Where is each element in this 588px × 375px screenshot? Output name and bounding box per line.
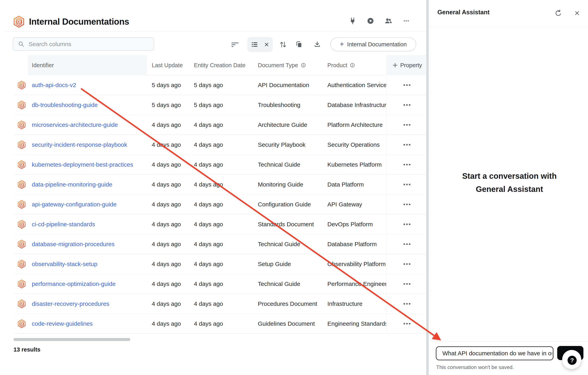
list-view-icon[interactable] [251, 41, 258, 48]
product-cell: API Gateway [323, 201, 386, 208]
row-asset-icon [14, 279, 28, 288]
table-row: microservices-architecture-guide 4 days … [14, 115, 428, 135]
column-header-entity-creation[interactable]: Entity Creation Date [189, 62, 253, 69]
identifier-link[interactable]: ci-cd-pipeline-standards [32, 221, 95, 227]
identifier-link[interactable]: database-migration-procedures [32, 241, 115, 247]
property-cell: ••• [386, 254, 428, 274]
row-more-icon[interactable]: ••• [401, 301, 413, 307]
identifier-link[interactable]: api-gateway-configuration-guide [32, 201, 117, 208]
row-asset-icon [14, 160, 28, 169]
table-row: performance-optimization-guide 4 days ag… [14, 274, 428, 294]
row-more-icon[interactable]: ••• [401, 142, 413, 148]
column-header-document-type[interactable]: Document Type [253, 62, 323, 69]
entity-creation-cell: 4 days ago [189, 161, 253, 168]
panel-header-divider [431, 27, 588, 27]
last-update-cell: 5 days ago [147, 102, 189, 108]
identifier-link[interactable]: security-incident-response-playbook [32, 141, 127, 148]
last-update-cell: 4 days ago [147, 201, 189, 208]
conversation-disclaimer: This conversation won't be saved. [436, 364, 514, 370]
identifier-link[interactable]: performance-optimization-guide [32, 281, 116, 287]
plus-icon [392, 62, 398, 68]
close-panel-icon[interactable] [574, 10, 580, 16]
table-row: code-review-guidelines 4 days ago 4 days… [14, 314, 428, 334]
property-cell: ••• [386, 274, 428, 294]
document-type-cell: Architecture Guide [253, 121, 323, 128]
reset-conversation-icon[interactable] [554, 10, 561, 17]
identifier-link[interactable]: microservices-architecture-guide [32, 121, 118, 128]
download-icon[interactable] [313, 41, 321, 48]
table-row: database-migration-procedures 4 days ago… [14, 234, 428, 254]
identifier-link[interactable]: db-troubleshooting-guide [32, 102, 98, 108]
page-title: Internal Documentations [29, 17, 129, 27]
identifier-link[interactable]: data-pipeline-monitoring-guide [32, 181, 112, 188]
copy-icon[interactable] [295, 41, 303, 48]
last-update-cell: 4 days ago [147, 221, 189, 228]
table-row: ci-cd-pipeline-standards 4 days ago 4 da… [14, 214, 428, 234]
assistant-message-input[interactable] [436, 346, 553, 360]
identifier-cell: performance-optimization-guide [28, 281, 147, 287]
plug-icon[interactable] [349, 17, 357, 25]
identifier-cell: microservices-architecture-guide [28, 121, 147, 128]
document-type-cell: Security Playbook [253, 141, 323, 148]
row-more-icon[interactable]: ••• [401, 241, 413, 247]
add-property-button[interactable]: Property [386, 55, 428, 75]
last-update-cell: 4 days ago [147, 300, 189, 307]
search-input[interactable] [28, 41, 147, 48]
row-more-icon[interactable]: ••• [401, 82, 413, 88]
row-more-icon[interactable]: ••• [401, 321, 413, 327]
play-circle-icon[interactable] [367, 17, 374, 25]
more-options-icon[interactable] [402, 17, 410, 25]
panel-divider-scrollbar[interactable] [426, 0, 429, 375]
identifier-link[interactable]: disaster-recovery-procedures [32, 300, 109, 307]
identifier-link[interactable]: code-review-guidelines [32, 320, 93, 327]
document-type-cell: Configuration Guide [253, 201, 323, 208]
sort-icon[interactable] [279, 40, 287, 49]
horizontal-scrollbar[interactable] [13, 338, 130, 341]
entity-creation-cell: 4 days ago [189, 281, 253, 287]
property-cell: ••• [386, 115, 428, 135]
product-cell: Kubernetes Platform [323, 161, 386, 168]
product-cell: Security Operations [323, 141, 386, 148]
document-type-cell: Troubleshooting [253, 102, 323, 108]
document-type-cell: Guidelines Document [253, 320, 323, 327]
results-count: 13 results [13, 346, 40, 353]
clear-view-icon[interactable] [264, 42, 270, 47]
help-button[interactable]: ? [562, 350, 581, 369]
row-more-icon[interactable]: ••• [401, 182, 413, 188]
info-icon [350, 63, 355, 68]
identifier-link[interactable]: auth-api-docs-v2 [32, 82, 76, 88]
header-icon-spacer [14, 55, 28, 75]
row-more-icon[interactable]: ••• [401, 221, 413, 227]
document-type-cell: Technical Guide [253, 241, 323, 248]
identifier-link[interactable]: observability-stack-setup [32, 261, 97, 267]
search-icon [18, 41, 25, 47]
property-cell: ••• [386, 214, 428, 234]
add-internal-documentation-button[interactable]: + Internal Documentation [330, 37, 416, 51]
column-header-last-update[interactable]: Last Update [147, 62, 189, 69]
row-more-icon[interactable]: ••• [401, 261, 413, 267]
property-cell: ••• [386, 314, 428, 334]
row-more-icon[interactable]: ••• [401, 201, 413, 207]
row-more-icon[interactable]: ••• [401, 281, 413, 287]
product-cell: Data Platform [323, 181, 386, 188]
row-more-icon[interactable]: ••• [401, 102, 413, 108]
identifier-cell: security-incident-response-playbook [28, 141, 147, 148]
filter-icon[interactable] [229, 39, 241, 51]
search-box[interactable] [13, 37, 154, 51]
users-icon[interactable] [384, 17, 392, 25]
row-asset-icon [14, 259, 28, 269]
table-body: auth-api-docs-v2 5 days ago 5 days ago A… [14, 75, 428, 334]
product-cell: Infrastructure [323, 300, 386, 307]
table-row: auth-api-docs-v2 5 days ago 5 days ago A… [14, 75, 428, 95]
identifier-cell: api-gateway-configuration-guide [28, 201, 147, 208]
column-header-product[interactable]: Product [323, 62, 386, 69]
identifier-link[interactable]: kubernetes-deployment-best-practices [32, 161, 133, 168]
row-more-icon[interactable]: ••• [401, 162, 413, 168]
row-asset-icon [14, 220, 28, 229]
row-more-icon[interactable]: ••• [401, 122, 413, 128]
table-row: security-incident-response-playbook 4 da… [14, 135, 428, 155]
column-header-identifier[interactable]: Identifier [28, 55, 147, 75]
last-update-cell: 4 days ago [147, 320, 189, 327]
document-type-cell: Technical Guide [253, 161, 323, 168]
row-asset-icon [14, 200, 28, 209]
